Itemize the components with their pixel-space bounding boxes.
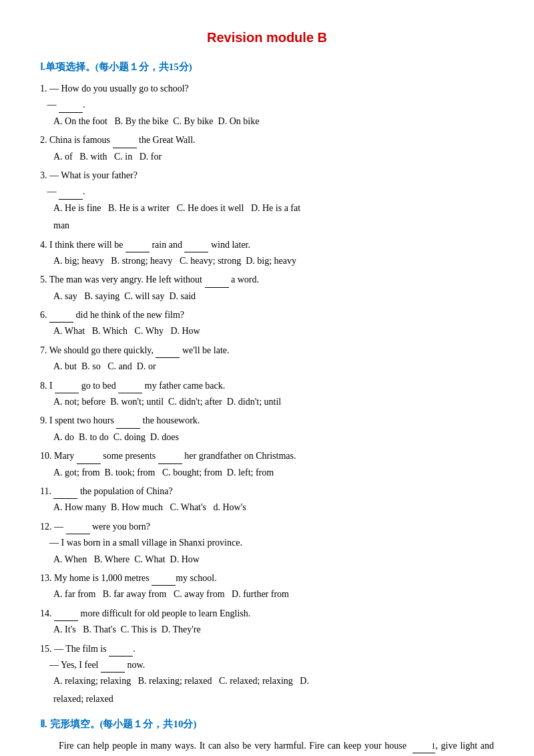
question-4: 4. I think there will be rain and wind l… [40,238,494,269]
section2: Ⅱ. 完形填空。(每小题１分，共10分) Fire can help peopl… [40,716,494,756]
section1-header: Ⅰ.单项选择。(每小题１分，共15分) [40,59,494,75]
question-3: 3. — What is your father? — . A. He is f… [40,168,494,234]
question-8: 8. I go to bed my father came back. A. n… [40,379,494,410]
question-14: 14. more difficult for old people to lea… [40,606,494,638]
question-9: 9. I spent two hours the housework. A. d… [40,413,494,445]
question-10: 10. Mary some presents her grandfather o… [40,449,494,480]
question-1: 1. — How do you usually go to school? — … [40,81,494,129]
section2-header: Ⅱ. 完形填空。(每小题１分，共10分) [40,716,494,732]
question-13: 13. My home is 1,000 metres my school. A… [40,571,494,602]
question-6: 6. did he think of the new film? A. What… [40,308,494,339]
question-15: 15. — The film is . — Yes, I feel now. A… [40,642,494,707]
question-2: 2. China is famous the Great Wall. A. of… [40,133,494,164]
question-11: 11. the population of China? A. How many… [40,484,494,516]
question-12: 12. — were you born? — I was born in a s… [40,520,494,567]
page-title: Revision module B [40,27,494,48]
question-5: 5. The man was very angry. He left witho… [40,272,494,304]
section2-para1: Fire can help people in many ways. It ca… [40,739,494,756]
question-7: 7. We should go there quickly, we'll be … [40,343,494,375]
q1-num: 1. — How do you usually go to school? [40,83,189,93]
